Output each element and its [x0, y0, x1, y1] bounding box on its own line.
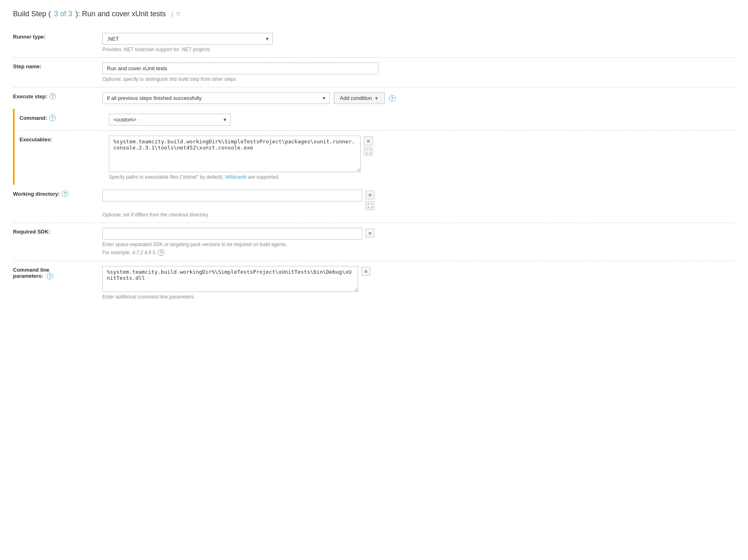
title-separator: | — [171, 11, 173, 17]
runner-type-label: Runner type: — [13, 28, 102, 58]
working-directory-field: ≡ ⛶ Optional, set if differs from the ch… — [102, 185, 735, 223]
executables-lines-icon[interactable]: ≡ — [364, 136, 373, 145]
command-label: Command: ? — [19, 109, 109, 131]
command-line-label-bold: Command line parameters: — [13, 267, 50, 279]
executables-icon-group: ≡ ⛶ — [364, 136, 373, 156]
runner-type-select-wrapper: .NET ▼ — [102, 33, 273, 45]
command-line-params-label: Command line parameters: ? — [13, 261, 102, 305]
working-directory-label: Working directory: ? — [13, 185, 102, 223]
command-section: Command: ? <custom> ▼ Executables: — [13, 109, 735, 185]
executables-wrapper: ≡ ⛶ — [109, 136, 735, 172]
required-sdk-help-icon[interactable]: ? — [158, 249, 164, 256]
command-line-params-row: Command line parameters: ? ≡ Enter addit… — [13, 261, 735, 305]
command-line-label-line2: parameters: — [13, 273, 43, 279]
step-counter: 3 of 3 — [54, 10, 72, 18]
runner-type-field: .NET ▼ Provides .NET toolchain support f… — [102, 28, 735, 58]
required-sdk-icon-group: ≡ — [365, 228, 374, 238]
execute-step-help-icon[interactable]: ? — [50, 93, 56, 99]
working-directory-input[interactable] — [102, 190, 362, 201]
executables-hint-prefix: Specify paths to executable files ("dotn… — [109, 174, 224, 180]
runner-type-hint: Provides .NET toolchain support for .NET… — [102, 47, 735, 52]
execute-step-field: If all previous steps finished successfu… — [102, 87, 735, 109]
working-dir-label-group: Working directory: ? — [13, 190, 96, 197]
command-line-lines-icon[interactable]: ≡ — [361, 267, 370, 276]
command-line-params-field: ≡ Enter additional command line paramete… — [102, 261, 735, 305]
executables-grid-icon[interactable]: ⛶ — [364, 147, 373, 156]
add-condition-button[interactable]: Add condition ▼ — [334, 92, 385, 104]
command-line-icon-group: ≡ — [361, 266, 370, 276]
required-sdk-wrapper: ≡ — [102, 228, 735, 240]
command-line-label-text: Command line parameters: ? — [13, 267, 53, 279]
execute-select-wrapper: If all previous steps finished successfu… — [102, 92, 330, 104]
execute-step-label: Execute step: ? — [13, 87, 102, 109]
command-select-wrapper: <custom> ▼ — [109, 114, 231, 125]
step-name-input[interactable] — [102, 63, 378, 74]
working-dir-icon-group: ≡ ⛶ — [365, 190, 374, 210]
required-sdk-row: Required SDK: ≡ Enter space-separated SD… — [13, 223, 735, 261]
working-dir-grid-icon[interactable]: ⛶ — [365, 201, 374, 210]
command-label-group: Command: ? — [19, 115, 102, 121]
title-dropdown-icon[interactable]: ▽ — [176, 11, 180, 17]
required-sdk-hint2: For example, 4.7.2 4.8 5. ? — [102, 249, 735, 256]
step-name-label: Step name: — [13, 58, 102, 87]
step-name-hint: Optional, specify to distinguish this bu… — [102, 76, 735, 82]
executables-hint: Specify paths to executable files ("dotn… — [109, 174, 735, 180]
required-sdk-lines-icon[interactable]: ≡ — [365, 229, 374, 238]
executables-field: ≡ ⛶ Specify paths to executable files ("… — [109, 131, 735, 185]
command-line-label-line1: Command line — [13, 267, 50, 273]
command-form-table: Command: ? <custom> ▼ Executables: — [19, 109, 735, 185]
executables-textarea[interactable] — [109, 136, 361, 172]
command-label-text: Command: — [19, 115, 47, 121]
command-help-icon[interactable]: ? — [49, 115, 56, 121]
working-dir-wrapper: ≡ ⛶ — [102, 190, 735, 210]
execute-step-label-text: Execute step: — [13, 93, 48, 99]
required-sdk-hint1: Enter space-separated SDK or targeting p… — [102, 242, 735, 247]
executables-label: Executables: — [19, 131, 109, 185]
step-name-row: Step name: Optional, specify to distingu… — [13, 58, 735, 87]
command-row: Command: ? <custom> ▼ — [19, 109, 735, 131]
execute-step-row: Execute step: ? If all previous steps fi… — [13, 87, 735, 109]
command-select[interactable]: <custom> — [109, 114, 231, 125]
execute-step-controls: If all previous steps finished successfu… — [102, 92, 735, 104]
required-sdk-label: Required SDK: — [13, 223, 102, 261]
title-suffix: ): Run and cover xUnit tests — [76, 10, 166, 18]
required-sdk-example: 4.7.2 4.8 5. — [132, 250, 156, 255]
required-sdk-field: ≡ Enter space-separated SDK or targeting… — [102, 223, 735, 261]
working-directory-hint: Optional, set if differs from the checko… — [102, 212, 735, 218]
executables-hint-suffix: are supported. — [248, 174, 279, 180]
step-name-field: Optional, specify to distinguish this bu… — [102, 58, 735, 87]
page-title: Build Step (3 of 3): Run and cover xUnit… — [13, 10, 735, 18]
add-condition-arrow-icon: ▼ — [374, 96, 379, 101]
command-line-params-wrapper: ≡ — [102, 266, 735, 292]
add-condition-label: Add condition — [340, 95, 372, 101]
working-directory-row: Working directory: ? ≡ ⛶ Optional, set i… — [13, 185, 735, 223]
execute-step-select[interactable]: If all previous steps finished successfu… — [102, 92, 330, 104]
required-sdk-hint2-prefix: For example, — [102, 250, 131, 255]
working-dir-lines-icon[interactable]: ≡ — [365, 190, 374, 199]
executables-wildcards-link[interactable]: Wildcards — [225, 174, 247, 180]
execute-step-label-group: Execute step: ? — [13, 93, 96, 99]
command-line-help-icon[interactable]: ? — [47, 273, 53, 279]
command-line-params-hint: Enter additional command line parameters… — [102, 294, 735, 300]
working-dir-label-text: Working directory: — [13, 191, 60, 197]
add-condition-help-icon[interactable]: ? — [389, 95, 396, 102]
lower-form-table: Working directory: ? ≡ ⛶ Optional, set i… — [13, 185, 735, 305]
build-step-form: Runner type: .NET ▼ Provides .NET toolch… — [13, 28, 735, 109]
title-prefix: Build Step ( — [13, 10, 51, 18]
required-sdk-input[interactable] — [102, 228, 362, 240]
working-dir-help-icon[interactable]: ? — [62, 190, 68, 197]
command-line-params-textarea[interactable] — [102, 266, 358, 292]
runner-type-row: Runner type: .NET ▼ Provides .NET toolch… — [13, 28, 735, 58]
command-field: <custom> ▼ — [109, 109, 735, 131]
executables-row: Executables: ≡ ⛶ Specify paths to execut… — [19, 131, 735, 185]
runner-type-select[interactable]: .NET — [102, 33, 273, 45]
command-line-label-group: Command line parameters: ? — [13, 267, 96, 279]
